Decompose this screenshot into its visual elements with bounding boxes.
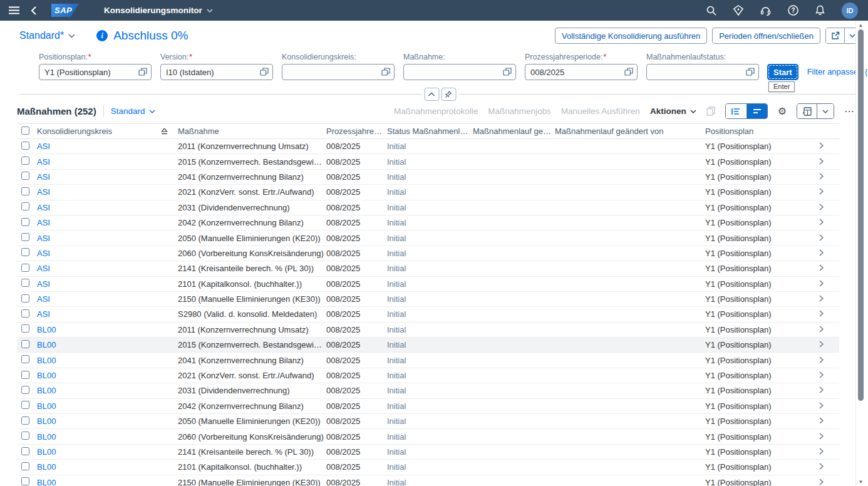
back-icon[interactable]: [31, 6, 36, 15]
table-row[interactable]: ASI 2042 (Konzernverrechnung Bilanz) 008…: [17, 215, 839, 230]
filter-field-input[interactable]: [160, 64, 273, 80]
row-checkbox[interactable]: [21, 324, 29, 333]
value-help-icon[interactable]: [381, 68, 390, 76]
hamburger-menu-icon[interactable]: [9, 6, 19, 14]
table-row[interactable]: BL00 2041 (Konzernverrechnung Bilanz) 00…: [17, 353, 839, 368]
table-row[interactable]: BL00 2050 (Manuelle Eliminierungen (KE20…: [17, 414, 839, 429]
chevron-right-icon[interactable]: [819, 386, 824, 393]
table-row[interactable]: ASI 2041 (Konzernverrechnung Bilanz) 008…: [17, 169, 839, 184]
chevron-right-icon[interactable]: [819, 234, 824, 241]
chevron-right-icon[interactable]: [819, 402, 824, 409]
consolidation-group-link[interactable]: BL00: [37, 432, 56, 442]
consolidation-group-link[interactable]: BL00: [37, 356, 56, 365]
chevron-right-icon[interactable]: [819, 142, 824, 149]
table-row[interactable]: ASI 2011 (Konzernverrechnung Umsatz) 008…: [17, 139, 839, 154]
chevron-right-icon[interactable]: [819, 264, 824, 271]
scrollbar-up-arrow-icon[interactable]: ▲: [856, 21, 865, 29]
row-checkbox[interactable]: [21, 279, 29, 287]
consolidation-group-link[interactable]: ASI: [37, 142, 50, 151]
scrollbar-down-arrow-icon[interactable]: ▼: [856, 477, 865, 486]
table-row[interactable]: ASI 2031 (Dividendenverrechnung) 008/202…: [17, 200, 839, 215]
actions-menu-button[interactable]: Aktionen: [650, 106, 696, 116]
start-button[interactable]: Start: [767, 64, 798, 80]
chevron-right-icon[interactable]: [819, 371, 824, 378]
table-row[interactable]: BL00 2011 (Konzernverrechnung Umsatz) 00…: [17, 322, 839, 337]
column-header-geaendert-von[interactable]: Maßnahmenlauf geändert von: [554, 124, 704, 139]
row-checkbox[interactable]: [21, 142, 29, 150]
select-all-checkbox[interactable]: [21, 127, 29, 135]
collapse-header-button[interactable]: [424, 88, 439, 101]
chevron-right-icon[interactable]: [819, 478, 824, 485]
consolidation-group-link[interactable]: ASI: [37, 279, 50, 289]
table-row[interactable]: ASI 2060 (Vorbereitung KonsKreisänderung…: [17, 246, 839, 261]
consolidation-group-link[interactable]: BL00: [37, 478, 56, 486]
consolidation-group-link[interactable]: ASI: [37, 203, 50, 212]
open-close-periods-button[interactable]: Perioden öffnen/schließen: [712, 28, 820, 44]
filter-field-input[interactable]: [39, 64, 152, 80]
table-row[interactable]: ASI 2015 (Konzernverrech. Bestandsgewinn…: [17, 154, 839, 169]
column-header-massnahme[interactable]: Maßnahme: [177, 124, 325, 139]
value-help-icon[interactable]: [624, 68, 633, 76]
row-checkbox[interactable]: [21, 462, 29, 470]
export-spreadsheet-icon[interactable]: [797, 104, 817, 118]
row-checkbox[interactable]: [21, 447, 29, 455]
table-row[interactable]: BL00 2101 (Kapitalkonsol. (buchhalter.))…: [17, 460, 839, 475]
column-header-positionsplan[interactable]: Positionsplan: [704, 124, 818, 139]
consolidation-group-link[interactable]: BL00: [37, 325, 56, 334]
row-checkbox[interactable]: [21, 202, 29, 210]
column-header-status[interactable]: Status Maßnahmenlauf: [386, 124, 472, 139]
row-checkbox[interactable]: [21, 477, 29, 485]
filter-field-input[interactable]: [525, 64, 638, 80]
row-checkbox[interactable]: [21, 432, 29, 440]
table-row[interactable]: BL00 2042 (Konzernverrechnung Bilanz) 00…: [17, 398, 839, 413]
chevron-right-icon[interactable]: [819, 188, 824, 195]
page-variant-selector[interactable]: Standard*: [19, 30, 75, 41]
assistant-pin-icon[interactable]: [733, 5, 743, 16]
chevron-right-icon[interactable]: [819, 295, 824, 302]
share-icon[interactable]: [826, 28, 845, 43]
filter-field-input[interactable]: [282, 64, 395, 80]
avatar[interactable]: ID: [842, 3, 858, 19]
vertical-scrollbar[interactable]: ▲ ▼: [855, 21, 865, 486]
run-full-consolidation-button[interactable]: Vollständige Konsolidierung ausführen: [555, 28, 707, 44]
value-help-icon[interactable]: [260, 68, 269, 76]
table-row[interactable]: BL00 2021 (KonzVerr. sonst. Ertr./Aufwan…: [17, 368, 839, 383]
consolidation-group-link[interactable]: BL00: [37, 416, 56, 426]
chevron-right-icon[interactable]: [819, 341, 824, 348]
table-row[interactable]: BL00 2060 (Vorbereitung KonsKreisänderun…: [17, 429, 839, 444]
measure-jobs-button[interactable]: Maßnahmenjobs: [488, 106, 551, 116]
table-row[interactable]: BL00 2015 (Konzernverrech. Bestandsgewin…: [17, 338, 839, 353]
consolidation-group-link[interactable]: BL00: [37, 386, 56, 395]
consolidation-group-link[interactable]: ASI: [37, 264, 50, 273]
row-checkbox[interactable]: [21, 340, 29, 348]
row-checkbox[interactable]: [21, 187, 29, 195]
app-title-menu[interactable]: Konsolidierungsmonitor: [104, 6, 213, 15]
chevron-right-icon[interactable]: [819, 204, 824, 210]
row-checkbox[interactable]: [21, 309, 29, 318]
hierarchy-view-icon[interactable]: [726, 104, 747, 118]
row-checkbox[interactable]: [21, 416, 29, 425]
consolidation-group-link[interactable]: ASI: [37, 172, 50, 182]
row-checkbox[interactable]: [21, 218, 29, 226]
value-help-icon[interactable]: [138, 68, 147, 76]
row-checkbox[interactable]: [21, 157, 29, 165]
table-row[interactable]: ASI S2980 (Valid. d. konsolid. Meldedate…: [17, 307, 839, 322]
table-row[interactable]: ASI 2141 (Kreisanteile berech. % (PL 30)…: [17, 261, 839, 276]
row-checkbox[interactable]: [21, 401, 29, 409]
copy-icon[interactable]: [706, 106, 715, 116]
consolidation-group-link[interactable]: ASI: [37, 294, 50, 304]
chevron-right-icon[interactable]: [819, 173, 824, 180]
notifications-bell-icon[interactable]: [815, 5, 825, 16]
column-header-prozessjahresperiode[interactable]: Prozessjahresp...: [325, 124, 386, 139]
row-checkbox[interactable]: [21, 248, 29, 256]
column-header-geaendert-am[interactable]: Maßnahmenlauf geände...: [472, 124, 554, 139]
chevron-right-icon[interactable]: [819, 310, 824, 317]
table-row[interactable]: ASI 2150 (Manuelle Eliminierungen (KE30)…: [17, 291, 839, 306]
chevron-right-icon[interactable]: [819, 356, 824, 363]
chevron-right-icon[interactable]: [819, 249, 824, 256]
consolidation-group-link[interactable]: ASI: [37, 309, 50, 319]
consolidation-group-link[interactable]: ASI: [37, 234, 50, 243]
settings-gear-icon[interactable]: ⚙: [778, 106, 787, 116]
filter-field-input[interactable]: [403, 64, 516, 80]
measure-logs-button[interactable]: Maßnahmenprotokolle: [394, 106, 478, 116]
